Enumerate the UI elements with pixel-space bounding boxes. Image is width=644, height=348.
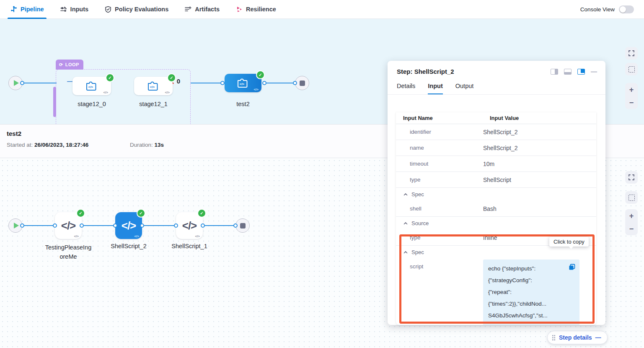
play-icon (14, 80, 19, 86)
duration-value: 13s (155, 142, 164, 148)
drag-handle-icon[interactable] (552, 335, 556, 341)
zoom-in-button[interactable]: + (629, 212, 634, 220)
tab-resilience[interactable]: Resilience (235, 0, 276, 19)
connection-dot (174, 223, 178, 228)
table-row: shell Bash (396, 201, 596, 217)
dock-right-icon[interactable] (551, 69, 558, 75)
svg-text:</>: </> (150, 85, 155, 89)
connection-dot (20, 81, 24, 85)
minimize-panel-button[interactable]: — (591, 68, 597, 75)
fit-selection-button[interactable] (625, 191, 638, 204)
end-node[interactable] (295, 76, 309, 90)
loop-badge-label: LOOP (65, 62, 79, 67)
node-label: stage12_0 (71, 101, 113, 107)
copy-icon[interactable] (569, 264, 575, 270)
zoom-controls: + − (625, 209, 638, 235)
zoom-out-button[interactable]: − (629, 225, 634, 233)
edge-line (191, 83, 223, 83)
edge-line (142, 225, 178, 226)
step-type-icon: </> (134, 234, 139, 238)
tab-artifacts[interactable]: Artifacts (184, 0, 220, 19)
run-duration: Duration: 13s (130, 142, 164, 148)
section-header-source[interactable]: Source (396, 217, 596, 230)
connection-dot (53, 223, 57, 228)
edge-line (266, 83, 296, 83)
row-name: type (396, 177, 483, 183)
edge-line (23, 225, 57, 226)
section-title: Spec (411, 249, 424, 255)
success-badge-icon: ✓ (168, 74, 175, 81)
script-value-box[interactable]: echo {"stepInputs": {"strategyConfig": {… (483, 260, 579, 325)
node-label: TestingPleaseIngoreMe (44, 243, 93, 261)
fullscreen-button[interactable] (625, 47, 638, 60)
connection-dot (140, 223, 144, 228)
zoom-in-button[interactable]: + (629, 86, 634, 93)
loop-group-connector (53, 87, 56, 117)
stage-node-stage12_0[interactable]: </> ✓ </> (72, 77, 111, 95)
tab-details[interactable]: Details (397, 83, 415, 94)
step-node-testingpleaseingoreme[interactable]: </> ✓ </> (55, 212, 82, 239)
row-value: ShellScript_2 (483, 145, 518, 151)
step-node-shellscript_1[interactable]: </> ✓ </> (176, 212, 203, 239)
list-plus-icon (184, 6, 191, 13)
connection-dot (113, 223, 117, 228)
fullscreen-icon (628, 50, 635, 57)
step-type-icon: </> (195, 234, 200, 238)
plugin-code-icon: </> (236, 78, 250, 88)
panel-title: Step: ShellScript_2 (397, 68, 454, 75)
plugin-code-icon: </> (85, 81, 99, 91)
script-line: {"strategyConfig": (488, 275, 574, 286)
tooltip-text: Click to copy (553, 239, 585, 245)
dock-bottom-icon[interactable] (564, 69, 572, 75)
tab-pipeline[interactable]: Pipeline (10, 0, 44, 19)
tab-policy-evaluations[interactable]: Policy Evaluations (104, 0, 168, 19)
duration-label: Duration: (130, 142, 153, 148)
section-header-spec-2[interactable]: Spec (396, 246, 596, 259)
table-row-script: script echo {"stepInputs": {"strategyCon… (396, 259, 596, 325)
fit-selection-button[interactable] (625, 63, 638, 75)
fullscreen-button[interactable] (625, 171, 638, 184)
connection-dot (80, 223, 84, 228)
tab-output[interactable]: Output (455, 83, 474, 94)
row-value: ShellScript_2 (483, 129, 518, 135)
zoom-out-button[interactable]: − (629, 99, 634, 106)
stop-icon (300, 81, 305, 86)
table-row: type ShellScript (396, 172, 596, 188)
step-type-icon: </> (74, 234, 79, 238)
row-name: timeout (396, 161, 483, 167)
row-value: 10m (483, 161, 494, 167)
step-details-button[interactable]: Step details — (547, 331, 608, 344)
shellscript-icon: </> (61, 219, 76, 232)
console-view-toggle[interactable] (619, 5, 634, 13)
node-label: ShellScript_2 (108, 243, 150, 249)
edge-line (82, 225, 117, 226)
stage-node-test2[interactable]: </> ✓ </> (225, 74, 261, 92)
console-view-control: Console View (580, 5, 634, 13)
step-details-label: Step details (559, 334, 592, 341)
connection-dot (201, 223, 205, 228)
row-name: script (396, 260, 483, 270)
tab-pipeline-label: Pipeline (21, 6, 44, 13)
panel-layout-controls: — (551, 68, 597, 75)
tab-inputs[interactable]: Inputs (60, 0, 89, 19)
panel-header: Step: ShellScript_2 — (388, 61, 605, 78)
dock-panel-active-icon[interactable] (577, 69, 585, 75)
success-badge-icon: ✓ (106, 74, 114, 81)
table-row: name ShellScript_2 (396, 140, 596, 156)
tab-resilience-label: Resilience (246, 6, 276, 13)
stage-node-stage12_1[interactable]: </> ✓ </> (134, 77, 173, 95)
row-name: name (396, 145, 483, 151)
script-line: {"identifierPostFix":"_... (488, 322, 574, 325)
success-badge-icon: ✓ (257, 71, 264, 78)
connection-dot (262, 81, 266, 85)
connection-dot (293, 81, 297, 85)
toggle-knob (620, 6, 626, 13)
failed-count: 0 (177, 78, 180, 85)
success-badge-icon: ✓ (137, 210, 145, 217)
end-node[interactable] (235, 218, 250, 233)
section-header-spec[interactable]: Spec (396, 188, 596, 201)
step-type-icon: </> (165, 91, 170, 94)
tab-policy-evaluations-label: Policy Evaluations (115, 6, 168, 13)
tab-input[interactable]: Input (428, 83, 442, 94)
step-node-shellscript_2[interactable]: </> ✓ </> (115, 212, 142, 239)
